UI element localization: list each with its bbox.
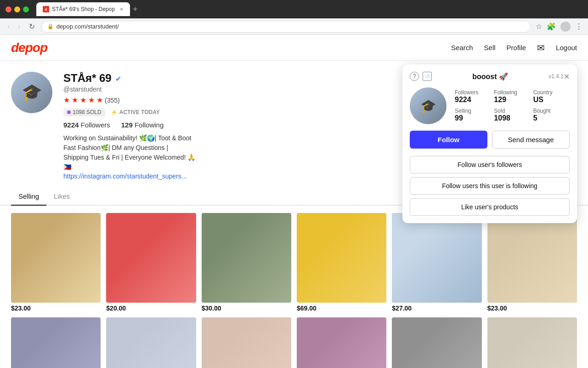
- product-card-9[interactable]: [202, 317, 291, 368]
- booost-stat-following: Following 129: [491, 87, 530, 106]
- booost-docs-btn[interactable]: 📄: [423, 72, 432, 81]
- star-3: ★: [80, 96, 86, 104]
- like-products-btn[interactable]: Like user's products: [410, 198, 570, 216]
- profile-instagram-link[interactable]: https://instagram.com/starstudent_supers…: [63, 172, 187, 180]
- active-tab[interactable]: d STÅя* 69's Shop - Depop ✕: [36, 2, 130, 16]
- product-img-8: [106, 317, 196, 368]
- nav-sell-link[interactable]: Sell: [484, 44, 496, 52]
- traffic-light-green[interactable]: [23, 6, 29, 12]
- products-grid: $23.00 $20.00 $30.00 $69.00 $27.00 $23.0…: [0, 213, 588, 368]
- profile-name: STÅя* 69: [63, 72, 112, 85]
- tab-favicon: d: [43, 6, 49, 12]
- tab-close-btn[interactable]: ✕: [119, 6, 124, 12]
- tab-bar: d STÅя* 69's Shop - Depop ✕ +: [36, 2, 582, 16]
- booost-following-value: 129: [494, 96, 527, 104]
- product-img-6: [487, 213, 577, 303]
- star-1: ★: [63, 96, 70, 104]
- traffic-light-yellow[interactable]: [14, 6, 20, 12]
- product-price-6: $23.00: [487, 305, 577, 312]
- product-price-1: $23.00: [11, 305, 101, 312]
- nav-profile-link[interactable]: Profile: [507, 44, 526, 52]
- menu-icon[interactable]: ⋮: [575, 22, 582, 31]
- product-img-9: [202, 317, 291, 368]
- depop-logo[interactable]: depop: [11, 40, 451, 55]
- lock-icon: 🔒: [47, 23, 54, 29]
- star-icon[interactable]: ☆: [536, 22, 542, 31]
- browser-actions: ☆ 🧩 ⋮: [536, 22, 582, 32]
- product-price-3: $30.00: [202, 305, 291, 312]
- booost-country-value: US: [533, 96, 567, 104]
- traffic-light-red[interactable]: [6, 6, 11, 12]
- booost-help-btn[interactable]: ?: [410, 72, 419, 81]
- product-card-12[interactable]: [487, 317, 577, 368]
- nav-message-icon[interactable]: ✉: [537, 42, 545, 53]
- nav-search-link[interactable]: Search: [451, 44, 473, 52]
- follow-btn[interactable]: Follow: [410, 131, 487, 149]
- new-tab-btn[interactable]: +: [133, 5, 138, 14]
- follow-following-btn[interactable]: Follow users this user is following: [410, 177, 570, 195]
- booost-following-label: Following: [494, 89, 527, 96]
- booost-popup: ? 📄 booost 🚀 v1.4.1 ✕ 🎓 Followers 9224 F…: [402, 64, 577, 223]
- booost-selling-label: Selling: [455, 108, 488, 114]
- tab-likes[interactable]: Likes: [46, 188, 77, 206]
- product-img-11: [392, 317, 481, 368]
- product-card-6[interactable]: $23.00: [487, 213, 577, 312]
- booost-sold-label: Sold: [494, 108, 527, 114]
- booost-title: booost 🚀: [432, 72, 548, 81]
- page: depop Search Sell Profile ✉ Logout 🎓 STÅ…: [0, 35, 588, 368]
- booost-stat-country: Country US: [531, 87, 570, 106]
- booost-stat-bought: Bought 5: [531, 106, 570, 124]
- product-card-4[interactable]: $69.00: [297, 213, 386, 312]
- product-card-10[interactable]: [297, 317, 386, 368]
- booost-sold-value: 1098: [494, 114, 527, 122]
- profile-avatar: 🎓: [11, 72, 52, 113]
- booost-stat-followers: Followers 9224: [452, 87, 491, 106]
- tab-label: STÅя* 69's Shop - Depop: [52, 6, 115, 12]
- booost-selling-value: 99: [455, 114, 488, 122]
- nav-refresh-btn[interactable]: ↻: [27, 21, 37, 32]
- product-card-5[interactable]: $27.00: [392, 213, 481, 312]
- booost-stats: Followers 9224 Following 129 Country US …: [452, 87, 570, 124]
- product-img-7: [11, 317, 101, 368]
- browser-chrome: d STÅя* 69's Shop - Depop ✕ +: [0, 0, 588, 18]
- extension-icon[interactable]: 🧩: [547, 22, 556, 31]
- booost-primary-row: Follow Send message: [410, 131, 570, 149]
- nav-forward-btn[interactable]: ›: [16, 22, 22, 32]
- profile-bio: Working on Sustainability! 🌿🌍| Toot & Bo…: [63, 133, 293, 172]
- followers-label: Followers: [81, 121, 110, 129]
- product-card-2[interactable]: $20.00: [106, 213, 196, 312]
- product-img-3: [202, 213, 291, 303]
- follow-followers-btn[interactable]: Follow user's followers: [410, 156, 570, 173]
- booost-followers-label: Followers: [455, 89, 488, 96]
- product-card-7[interactable]: [11, 317, 101, 368]
- booost-header-left: ? 📄: [410, 72, 432, 81]
- product-img-10: [297, 317, 386, 368]
- product-card-11[interactable]: [392, 317, 481, 368]
- booost-stat-selling: Selling 99: [452, 106, 491, 124]
- booost-version: v1.4.1: [548, 73, 564, 80]
- nav-back-btn[interactable]: ‹: [6, 22, 11, 32]
- nav-links: Search Sell Profile ✉ Logout: [451, 42, 577, 53]
- address-bar-row: ‹ › ↻ 🔒 depop.com/starstudent/ ☆ 🧩 ⋮: [0, 18, 588, 35]
- product-card-3[interactable]: $30.00: [202, 213, 291, 312]
- product-card-1[interactable]: $23.00: [11, 213, 101, 312]
- product-img-5: [392, 213, 481, 303]
- product-price-2: $20.00: [106, 305, 196, 312]
- send-message-btn[interactable]: Send message: [492, 131, 570, 149]
- url-text: depop.com/starstudent/: [57, 23, 525, 30]
- browser-profile-avatar[interactable]: [560, 22, 571, 32]
- address-box[interactable]: 🔒 depop.com/starstudent/: [41, 21, 531, 33]
- product-img-4: [297, 213, 386, 303]
- booost-close-btn[interactable]: ✕: [564, 72, 570, 81]
- nav-logout-link[interactable]: Logout: [556, 44, 577, 52]
- booost-followers-value: 9224: [455, 96, 488, 104]
- traffic-lights: [6, 6, 29, 12]
- booost-avatar: 🎓: [410, 87, 447, 124]
- product-card-8[interactable]: [106, 317, 196, 368]
- booost-stat-sold: Sold 1098: [491, 106, 530, 124]
- product-img-12: [487, 317, 577, 368]
- booost-header: ? 📄 booost 🚀 v1.4.1 ✕: [410, 72, 570, 81]
- verified-badge: ✔: [115, 75, 121, 83]
- following-label: Following: [135, 121, 164, 129]
- tab-selling[interactable]: Selling: [11, 188, 46, 206]
